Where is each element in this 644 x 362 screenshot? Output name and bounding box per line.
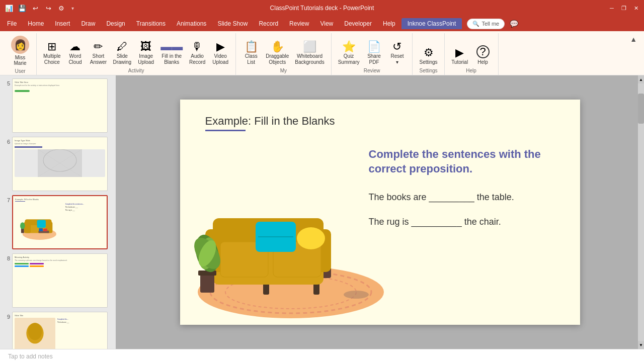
menu-developer[interactable]: Developer [339, 18, 377, 29]
menu-transitions[interactable]: Transitions [131, 18, 171, 29]
menu-animations[interactable]: Animations [172, 18, 211, 29]
menu-slideshow[interactable]: Slide Show [212, 18, 253, 29]
video-upload-label: VideoUpload [212, 53, 228, 65]
class-list-button[interactable]: 📋 ClassList [240, 40, 262, 67]
scroll-thumb[interactable] [638, 94, 644, 124]
draggable-button[interactable]: ✋ DraggableObjects [263, 40, 291, 67]
main-question: Complete the sentences with the correct … [369, 147, 560, 176]
slide-drawing-button[interactable]: 🖊 SlideDrawing [110, 40, 134, 67]
audio-record-button[interactable]: 🎙 AudioRecord [186, 40, 208, 67]
activity-group-label: Activity [41, 67, 231, 75]
menu-design[interactable]: Design [101, 18, 130, 29]
menu-draw[interactable]: Draw [76, 18, 100, 29]
main-area: 5 Slide Title Here Example text for the … [0, 75, 644, 349]
title-bar-left: 📊 💾 ↩ ↪ ⚙ ▾ [4, 3, 74, 13]
settings-group-label: Settings [417, 67, 440, 75]
svg-rect-9 [37, 220, 46, 228]
tutorial-button[interactable]: ▶ Tutorial [449, 46, 471, 67]
slide-thumb-5[interactable]: 5 Slide Title Here Example text for the … [2, 77, 114, 134]
tell-me-box[interactable]: 🔍 Tell me [467, 19, 505, 29]
scroll-down-button[interactable]: ▼ [638, 341, 644, 349]
slide-num-8: 8 [3, 255, 10, 261]
slide-drawing-label: SlideDrawing [113, 53, 131, 65]
image-upload-label: ImageUpload [138, 53, 154, 65]
word-cloud-button[interactable]: ☁ WordCloud [64, 40, 86, 67]
notes-bar: Tap to add notes [0, 349, 644, 362]
ribbon-collapse-button[interactable]: ▲ [627, 33, 640, 45]
slide-panel[interactable]: 5 Slide Title Here Example text for the … [0, 75, 116, 349]
activity-group-items: ⊞ MultipleChoice ☁ WordCloud ✏ ShortAnsw… [41, 34, 231, 67]
fill-blanks-button[interactable]: ▬▬ Fill in theBlanks [158, 40, 185, 67]
save-icon[interactable]: 💾 [17, 3, 27, 13]
avatar-button[interactable]: 👩 MissMarie [8, 34, 32, 67]
draggable-label: DraggableObjects [266, 53, 289, 65]
slide-preview-7: Example: Fill in the Blanks [12, 195, 108, 249]
menu-review[interactable]: Review [284, 18, 314, 29]
undo-icon[interactable]: ↩ [30, 3, 40, 13]
scroll-up-button[interactable]: ▲ [638, 75, 644, 83]
tutorial-label: Tutorial [451, 59, 468, 65]
word-cloud-icon: ☁ [69, 41, 80, 52]
share-pdf-button[interactable]: 📄 SharePDF [363, 40, 385, 67]
menu-view[interactable]: View [315, 18, 338, 29]
settings-group-items: ⚙ Settings [417, 34, 440, 67]
close-button[interactable]: ✕ [632, 4, 640, 12]
minimize-button[interactable]: ─ [608, 4, 616, 12]
ribbon-group-my: 📋 ClassList ✋ DraggableObjects ⬜ Whitebo… [236, 33, 332, 75]
menu-help[interactable]: Help [378, 18, 400, 29]
ribbon-group-settings: ⚙ Settings Settings [413, 33, 444, 75]
quiz-summary-icon: ⭐ [342, 41, 356, 52]
quiz-summary-button[interactable]: ⭐ QuizSummary [336, 40, 362, 67]
multiple-choice-label: MultipleChoice [43, 53, 60, 65]
short-answer-button[interactable]: ✏ ShortAnswer [87, 40, 109, 67]
video-upload-icon: ▶ [216, 41, 225, 52]
review-group-label: Review [336, 67, 409, 75]
notes-placeholder: Tap to add notes [8, 353, 53, 360]
slide-num-7: 7 [3, 197, 10, 203]
whiteboard-icon: ⬜ [303, 41, 316, 52]
customize-icon[interactable]: ⚙ [56, 3, 66, 13]
slide-preview-6: Image Type Slide Upload an image of answ… [12, 137, 108, 191]
fill-blanks-label: Fill in theBlanks [162, 53, 182, 65]
slide-thumb-6[interactable]: 6 Image Type Slide Upload an image of an… [2, 136, 114, 192]
redo-icon[interactable]: ↪ [43, 3, 53, 13]
tell-me-label: Tell me [481, 21, 499, 27]
svg-point-11 [20, 222, 25, 229]
slide-thumb-7[interactable]: 7 Example: Fill in the Blanks [2, 194, 114, 250]
sentence-1-text: The books are _________ the table. [369, 192, 514, 202]
help-button[interactable]: ? Help [472, 44, 494, 67]
ribbon-group-user: 👩 MissMarie User [4, 33, 37, 75]
reset-icon: ↺ [392, 41, 401, 52]
multiple-choice-icon: ⊞ [47, 41, 56, 52]
tutorial-icon: ▶ [455, 47, 464, 58]
audio-record-icon: 🎙 [192, 41, 203, 52]
slide-canvas: Example: Fill in the Blanks [180, 100, 580, 325]
user-group-items: 👩 MissMarie [8, 34, 32, 67]
settings-button[interactable]: ⚙ Settings [417, 46, 440, 67]
menu-inknoe[interactable]: Inknoe ClassPoint [401, 18, 462, 29]
multiple-choice-button[interactable]: ⊞ MultipleChoice [41, 40, 63, 67]
reset-button[interactable]: ↺ Reset▾ [386, 40, 408, 67]
slide-thumb-8[interactable]: 8 Meaning Activity The meaning a phrase … [2, 252, 114, 309]
ribbon-group-review: ⭐ QuizSummary 📄 SharePDF ↺ Reset▾ Review [332, 33, 413, 75]
ribbon-group-activity: ⊞ MultipleChoice ☁ WordCloud ✏ ShortAnsw… [37, 33, 236, 75]
menu-home[interactable]: Home [23, 18, 49, 29]
share-pdf-icon: 📄 [367, 41, 381, 52]
slide-preview-9: Slide Title Complete the... The books ar… [12, 312, 108, 349]
menu-file[interactable]: File [2, 18, 22, 29]
vertical-scrollbar[interactable]: ▲ ▼ [638, 75, 644, 349]
menu-record[interactable]: Record [254, 18, 283, 29]
customize-label: ▾ [71, 6, 74, 11]
slide-thumb-9[interactable]: 9 Slide Title Complete the... [2, 311, 114, 349]
slide-title-underline [205, 130, 246, 131]
restore-button[interactable]: ❐ [620, 4, 628, 12]
image-upload-button[interactable]: 🖼 ImageUpload [135, 40, 157, 67]
whiteboard-label: WhiteboardBackgrounds [295, 53, 324, 65]
svg-rect-13 [39, 228, 43, 231]
slide-title-text: Example: Fill in the Blanks [205, 115, 335, 128]
whiteboard-button[interactable]: ⬜ WhiteboardBackgrounds [292, 40, 327, 67]
menu-insert[interactable]: Insert [50, 18, 75, 29]
menu-bar: File Home Insert Draw Design Transitions… [0, 16, 644, 31]
comments-icon[interactable]: 💬 [510, 20, 518, 28]
video-upload-button[interactable]: ▶ VideoUpload [209, 40, 231, 67]
